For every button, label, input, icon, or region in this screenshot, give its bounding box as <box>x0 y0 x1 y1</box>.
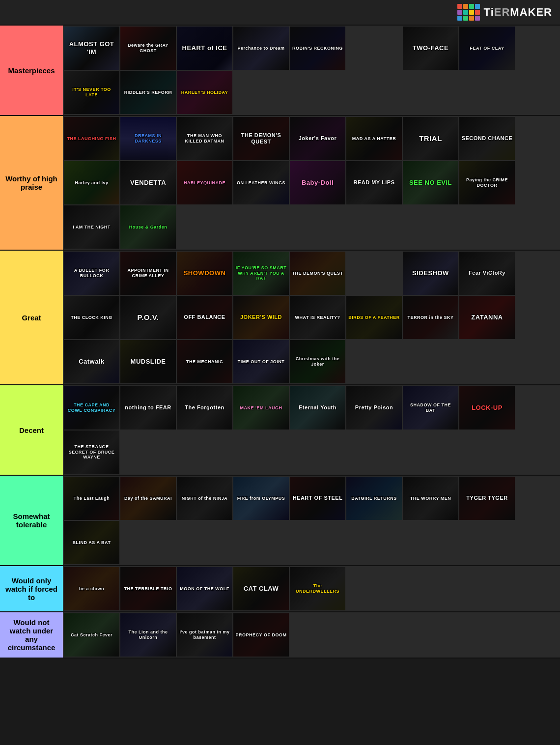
card-text-prophecy: PROPHECY OF DOOM <box>233 613 289 657</box>
tier-items-watchforced: be a clownTHE TERRIBLE TRIOMOON OF THE W… <box>63 566 560 611</box>
card-text-sideshow: SIDESHOW <box>403 252 458 295</box>
tier-item-lockup[interactable]: LOCK-UP <box>459 386 515 430</box>
tier-item-moon[interactable]: MOON OF THE WOLF <box>177 567 232 610</box>
tier-item-catclaw[interactable]: CAT CLAW <box>233 567 289 610</box>
tier-item-nothing[interactable]: nothing to FEAR <box>120 386 176 430</box>
tier-item-forgotten[interactable]: The Forgotten <box>177 386 232 430</box>
tier-item-terrible[interactable]: THE TERRIBLE TRIO <box>120 567 176 610</box>
tier-item-inner-blank1 <box>346 27 402 70</box>
tier-item-zatanna[interactable]: ZATANNA <box>459 296 515 339</box>
tier-item-under[interactable]: The UNDERDWELLERS <box>290 567 345 610</box>
tier-label-worthy: Worthy of high praise <box>0 116 63 250</box>
tier-item-twoface[interactable]: TWO-FACE <box>403 27 458 70</box>
tier-item-crimedoc[interactable]: Paying the CRIME DOCTOR <box>459 161 515 204</box>
tier-item-inner-feat: FEAT OF CLAY <box>459 27 515 70</box>
card-text-terrible: THE TERRIBLE TRIO <box>120 567 176 610</box>
tier-item-inner-forgotten: The Forgotten <box>177 386 232 430</box>
tier-item-batgirl[interactable]: BATGIRL RETURNS <box>346 477 402 520</box>
tier-item-second[interactable]: SECOND CHANCE <box>459 117 515 160</box>
tier-item-daysamurai[interactable]: Day of the SAMURAI <box>120 477 176 520</box>
tier-item-trial[interactable]: TRIAL <box>403 117 458 160</box>
tier-item-eternal[interactable]: Eternal Youth <box>290 386 345 430</box>
tier-item-smart[interactable]: IF YOU'RE SO SMART WHY AREN'T YOU A RAT <box>233 252 289 295</box>
tier-item-vendetta[interactable]: VENDETTA <box>120 161 176 204</box>
tier-item-nevertoolate[interactable]: IT'S NEVER TOO LATE <box>64 71 119 114</box>
tier-item-harleyholiday[interactable]: HARLEY'S HOLIDAY <box>177 71 232 114</box>
tier-item-beclown[interactable]: be a clown <box>64 567 119 610</box>
tier-item-christmas[interactable]: Christmas with the Joker <box>290 340 345 383</box>
tier-item-pretty[interactable]: Pretty Poison <box>346 386 402 430</box>
tier-item-onleather[interactable]: ON LEATHER WINGS <box>233 161 289 204</box>
tier-item-mudslide[interactable]: MUDSLIDE <box>120 340 176 383</box>
tier-item-mankilled[interactable]: THE MAN WHO KILLED BATMAN <box>177 117 232 160</box>
tier-item-seenoevil[interactable]: SEE NO EVIL <box>403 161 458 204</box>
tier-item-inner-pretty: Pretty Poison <box>346 386 402 430</box>
tier-item-inner-heart: HEART of ICE <box>177 27 232 70</box>
tier-item-tyger[interactable]: TYGER TYGER <box>459 477 515 520</box>
tier-item-offbalance[interactable]: OFF BALANCE <box>177 296 232 339</box>
tier-item-readlips[interactable]: READ MY LIPS <box>346 161 402 204</box>
tier-item-mad[interactable]: MAD AS A HATTER <box>346 117 402 160</box>
tier-item-jokerswild[interactable]: JOKER'S WILD <box>233 296 289 339</box>
tier-item-birds[interactable]: BIRDS OF A FEATHER <box>346 296 402 339</box>
tier-item-demons[interactable]: THE DEMON'S QUEST <box>233 117 289 160</box>
tier-item-cape[interactable]: THE CAPE AND COWL CONSPIRACY <box>64 386 119 430</box>
tier-item-appoint[interactable]: APPOINTMENT IN CRIME ALLEY <box>120 252 176 295</box>
tier-item-strange[interactable]: THE STRANGE SECRET OF BRUCE WAYNE <box>64 430 119 474</box>
tier-item-blind[interactable]: BLIND AS A BAT <box>64 521 119 564</box>
tier-item-beware[interactable]: Beware the GRAY GHOST <box>120 27 176 70</box>
tier-item-terror[interactable]: TERROR in the SKY <box>403 296 458 339</box>
tier-item-pov[interactable]: P.O.V. <box>120 296 176 339</box>
tier-item-inner-mudslide: MUDSLIDE <box>120 340 176 383</box>
tier-item-housegardn[interactable]: House & Garden <box>120 205 176 249</box>
tier-item-worry[interactable]: THE WORRY MEN <box>403 477 458 520</box>
card-bg-blank1 <box>346 27 402 70</box>
card-text-robins: ROBIN'S RECKONING <box>290 27 345 70</box>
tier-item-sideshow[interactable]: SIDESHOW <box>403 252 458 295</box>
tier-item-riddlers[interactable]: RIDDLER'S REFORM <box>120 71 176 114</box>
tier-item-heartsteel[interactable]: HEART OF STEEL <box>290 477 345 520</box>
tier-item-mace[interactable]: MAKE 'EM LAUGH <box>233 386 289 430</box>
card-text-clockking: THE CLOCK KING <box>64 296 119 339</box>
tier-item-blankgreat1[interactable] <box>346 252 402 295</box>
card-text-cape: THE CAPE AND COWL CONSPIRACY <box>64 386 119 430</box>
tier-item-heart[interactable]: HEART of ICE <box>177 27 232 70</box>
tier-item-jokersfavor[interactable]: Joker's Favor <box>290 117 345 160</box>
tier-item-dreams[interactable]: DREAMS IN DARKNESS <box>120 117 176 160</box>
tier-item-inner-shadow: SHADOW OF THE BAT <box>403 386 458 430</box>
tier-item-robins[interactable]: ROBIN'S RECKONING <box>290 27 345 70</box>
tier-item-babydoll[interactable]: Baby-Doll <box>290 161 345 204</box>
card-text-demons: THE DEMON'S QUEST <box>233 117 289 160</box>
tier-item-showdown[interactable]: SHOWDOWN <box>177 252 232 295</box>
tier-item-silhouette[interactable]: THE LAUGHING FISH <box>64 117 119 160</box>
tier-item-harleyivy[interactable]: Harley and Ivy <box>64 161 119 204</box>
tier-item-prophecy[interactable]: PROPHECY OF DOOM <box>233 613 289 657</box>
tier-item-perchance[interactable]: Perchance to Dream <box>233 27 289 70</box>
tier-item-fire[interactable]: FIRE from OLYMPUS <box>233 477 289 520</box>
tier-item-blank1[interactable] <box>346 27 402 70</box>
tier-item-fearv[interactable]: Fear ViCtoRy <box>459 252 515 295</box>
tier-item-inner-perchance: Perchance to Dream <box>233 27 289 70</box>
tier-item-scratch[interactable]: Cat Scratch Fever <box>64 613 119 657</box>
tier-item-nightninja[interactable]: NIGHT of the NINJA <box>177 477 232 520</box>
tier-item-mechanic[interactable]: THE MECHANIC <box>177 340 232 383</box>
card-text-riddlers: RIDDLER'S REFORM <box>120 71 176 114</box>
tier-item-feat[interactable]: FEAT OF CLAY <box>459 27 515 70</box>
tier-item-shadow[interactable]: SHADOW OF THE BAT <box>403 386 458 430</box>
tier-item-blankworthy[interactable] <box>177 205 232 249</box>
tier-item-catwalk[interactable]: Catwalk <box>64 340 119 383</box>
tier-item-avatar[interactable]: THE DEMON'S QUEST <box>290 252 345 295</box>
tier-item-timetofaint[interactable]: TIME OUT OF JOINT <box>233 340 289 383</box>
tier-item-inner-clockking: THE CLOCK KING <box>64 296 119 339</box>
tier-item-iamnight[interactable]: I AM THE NIGHT <box>64 205 119 249</box>
tier-item-batman[interactable]: I've got batman in my basement <box>177 613 232 657</box>
tier-item-harleylarge[interactable]: HARLEYQUINADE <box>177 161 232 204</box>
tier-item-inner-catclaw: CAT CLAW <box>233 567 289 610</box>
tier-item-bullet[interactable]: A BULLET FOR BULLOCK <box>64 252 119 295</box>
tier-item-lastlaugh[interactable]: The Last Laugh <box>64 477 119 520</box>
tier-item-almost[interactable]: ALMOST GOT 'IM <box>64 27 119 70</box>
tier-row-decent: DecentTHE CAPE AND COWL CONSPIRACYnothin… <box>0 385 560 476</box>
tier-item-clockking[interactable]: THE CLOCK KING <box>64 296 119 339</box>
tier-item-whatis[interactable]: WHAT IS REALITY? <box>290 296 345 339</box>
tier-item-lion[interactable]: The Lion and the Unicorn <box>120 613 176 657</box>
